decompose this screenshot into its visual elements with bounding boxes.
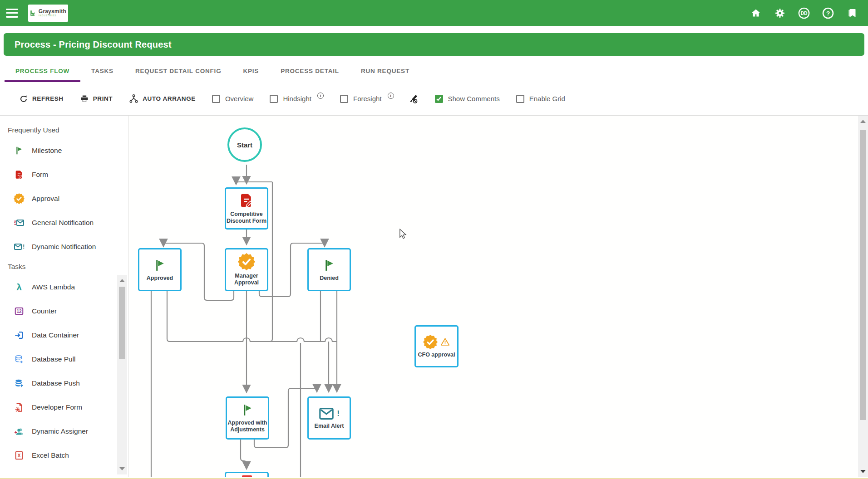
node-approved-with-adjustments[interactable]: Approved with Adjustments — [226, 396, 269, 440]
company-logo[interactable]: Graysmith INDUSTRIES — [28, 5, 68, 22]
hamburger-menu-icon[interactable] — [6, 9, 18, 18]
checkbox-foresight[interactable]: Foresight i — [340, 95, 394, 103]
sidebar-scrollbar[interactable] — [117, 275, 127, 474]
palette-item-counter[interactable]: 12 Counter — [0, 299, 128, 323]
sidebar-scroll-up-icon[interactable] — [119, 279, 125, 282]
refresh-button[interactable]: REFRESH — [19, 94, 64, 103]
palette-item-data-container[interactable]: Data Container — [0, 323, 128, 347]
canvas-vertical-scrollbar[interactable] — [858, 116, 868, 477]
mouse-cursor — [398, 229, 408, 240]
checkbox-enable-grid[interactable]: Enable Grid — [516, 95, 565, 103]
warning-triangle-icon — [440, 337, 450, 346]
sidebar-scroll-down-icon[interactable] — [119, 467, 125, 470]
tab-kpis[interactable]: KPIS — [232, 61, 270, 82]
page-title: Process - Pricing Discount Request — [15, 39, 172, 50]
node-start[interactable]: Start — [227, 127, 262, 162]
foresight-checkbox-box — [340, 95, 348, 103]
help-icon[interactable]: ? — [822, 7, 834, 19]
enable-grid-checkbox-box — [516, 95, 524, 103]
flow-canvas[interactable]: Start Competitive Discount Form Approved — [128, 116, 858, 477]
node-approved[interactable]: Approved — [138, 248, 182, 291]
settings-gear-icon[interactable] — [774, 7, 786, 19]
svg-text:?: ? — [826, 10, 830, 17]
logo-subtitle: INDUSTRIES — [39, 15, 66, 17]
node-manager-approval[interactable]: Manager Approval — [225, 248, 268, 291]
home-icon[interactable] — [750, 7, 762, 19]
app-bar: Graysmith INDUSTRIES — [0, 0, 868, 26]
milestone-flag-icon — [241, 403, 254, 417]
auto-arrange-button[interactable]: AUTO ARRANGE — [129, 94, 196, 103]
palette-item-dynamic-assigner[interactable]: Dynamic Assigner — [0, 419, 128, 443]
palette-item-general-notification[interactable]: General Notification — [0, 210, 128, 235]
milestone-flag-icon — [153, 258, 167, 273]
node-competitive-discount-form[interactable]: Competitive Discount Form — [225, 187, 268, 230]
palette-sidebar: Frequently Used Milestone Form — [0, 116, 128, 477]
aws-lambda-icon: λ — [14, 282, 25, 293]
checkbox-overview[interactable]: Overview — [212, 95, 254, 103]
palette-item-excel-batch[interactable]: X Excel Batch — [0, 443, 128, 467]
tab-process-flow[interactable]: PROCESS FLOW — [5, 61, 80, 82]
palette-item-database-pull[interactable]: Database Pull — [0, 347, 128, 371]
tab-process-detail[interactable]: PROCESS DETAIL — [270, 61, 350, 82]
print-button[interactable]: PRINT — [80, 94, 113, 103]
hindsight-info-icon[interactable]: i — [317, 93, 324, 99]
process-title-bar: Process - Pricing Discount Request — [4, 33, 864, 56]
svg-text:12: 12 — [16, 309, 22, 314]
show-comments-checkbox-box — [435, 95, 443, 103]
node-denied[interactable]: Denied — [307, 248, 351, 291]
dynamic-assigner-icon — [14, 426, 25, 437]
form-document-icon — [238, 192, 255, 209]
comment-brush-tool[interactable] — [408, 93, 419, 104]
dynamic-notification-mail-icon: ! — [14, 241, 25, 252]
svg-text:DD: DD — [801, 10, 808, 15]
approval-badge-icon — [238, 253, 255, 270]
canvas-toolbar: REFRESH PRINT AUTO ARRANGE Overview — [0, 82, 868, 116]
checkbox-show-comments[interactable]: Show Comments — [435, 95, 500, 103]
email-icon — [319, 407, 334, 420]
partial-node-icon — [242, 475, 252, 477]
canvas-scroll-up-icon[interactable] — [860, 120, 866, 123]
svg-text:X: X — [17, 453, 20, 458]
form-document-icon — [14, 169, 25, 180]
node-cfo-approval[interactable]: CFO approval — [414, 325, 459, 367]
refresh-icon — [19, 94, 28, 103]
counter-icon: 12 — [14, 306, 25, 317]
auto-arrange-icon — [129, 94, 138, 103]
application-window: Graysmith INDUSTRIES — [0, 0, 868, 479]
canvas-scroll-down-icon[interactable] — [860, 470, 866, 473]
excel-batch-icon: X — [14, 450, 25, 461]
data-container-icon — [14, 330, 25, 341]
factory-logo-icon — [30, 8, 36, 19]
palette-item-database-push[interactable]: Database Push — [0, 371, 128, 395]
marker-disabled-icon — [408, 93, 419, 104]
palette-item-form[interactable]: Form — [0, 162, 128, 186]
node-partial-bottom[interactable] — [225, 472, 269, 477]
canvas-scrollbar-thumb[interactable] — [860, 130, 866, 420]
milestone-flag-icon — [322, 258, 336, 273]
palette-item-approval[interactable]: Approval — [0, 186, 128, 210]
svg-text:!: ! — [23, 243, 25, 250]
hindsight-checkbox-box — [270, 95, 278, 103]
approval-badge-icon — [14, 193, 25, 204]
tab-tasks[interactable]: TASKS — [80, 61, 124, 82]
section-title-frequently-used: Frequently Used — [0, 122, 128, 138]
developer-form-icon — [14, 402, 25, 413]
email-exclamation: ! — [337, 409, 340, 418]
database-pull-icon — [14, 354, 25, 365]
section-title-tasks: Tasks — [0, 259, 128, 275]
node-email-alert[interactable]: ! Email Alert — [307, 396, 351, 440]
sidebar-scrollbar-thumb[interactable] — [119, 287, 125, 359]
user-avatar[interactable]: DD — [798, 7, 810, 19]
general-notification-mail-icon — [14, 217, 25, 228]
tab-run-request[interactable]: RUN REQUEST — [350, 61, 420, 82]
tab-request-detail-config[interactable]: REQUEST DETAIL CONFIG — [124, 61, 232, 82]
palette-item-dynamic-notification[interactable]: ! Dynamic Notification — [0, 235, 128, 259]
bookmarks-icon[interactable] — [846, 7, 858, 19]
palette-item-milestone[interactable]: Milestone — [0, 138, 128, 162]
print-icon — [80, 94, 89, 103]
tab-bar: PROCESS FLOW TASKS REQUEST DETAIL CONFIG… — [0, 61, 868, 82]
palette-item-developer-form[interactable]: Developer Form — [0, 395, 128, 419]
palette-item-aws-lambda[interactable]: λ AWS Lambda — [0, 275, 128, 299]
checkbox-hindsight[interactable]: Hindsight i — [270, 95, 324, 103]
foresight-info-icon[interactable]: i — [388, 93, 394, 99]
